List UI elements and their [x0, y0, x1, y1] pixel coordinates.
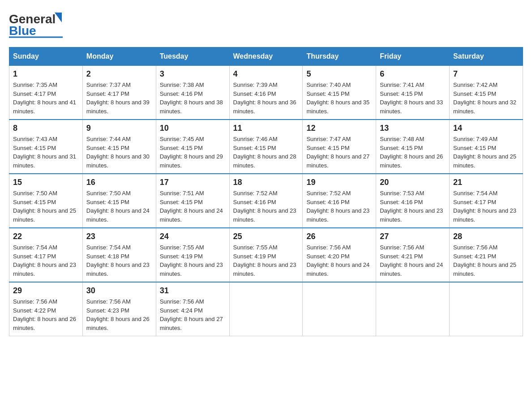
calendar-cell: 28 Sunrise: 7:56 AM Sunset: 4:21 PM Dayl… [450, 228, 523, 282]
day-info: Sunrise: 7:54 AM Sunset: 4:17 PM Dayligh… [453, 189, 519, 224]
day-number: 10 [160, 124, 226, 133]
logo: General Blue [9, 9, 67, 38]
calendar-cell: 30 Sunrise: 7:56 AM Sunset: 4:23 PM Dayl… [82, 282, 156, 336]
day-info: Sunrise: 7:41 AM Sunset: 4:15 PM Dayligh… [380, 81, 446, 116]
day-info: Sunrise: 7:52 AM Sunset: 4:16 PM Dayligh… [233, 189, 299, 224]
calendar-cell: 7 Sunrise: 7:42 AM Sunset: 4:15 PM Dayli… [450, 65, 523, 120]
calendar-cell: 22 Sunrise: 7:54 AM Sunset: 4:17 PM Dayl… [9, 228, 83, 282]
day-number: 11 [233, 124, 299, 133]
weekday-header-monday: Monday [82, 47, 156, 65]
day-number: 22 [13, 232, 79, 241]
calendar-cell: 15 Sunrise: 7:50 AM Sunset: 4:15 PM Dayl… [9, 174, 83, 228]
day-number: 9 [86, 124, 152, 133]
day-number: 15 [13, 178, 79, 187]
day-info: Sunrise: 7:42 AM Sunset: 4:15 PM Dayligh… [453, 81, 519, 116]
day-number: 25 [233, 232, 299, 241]
day-number: 14 [453, 124, 519, 133]
calendar-cell [303, 282, 376, 336]
calendar-cell: 8 Sunrise: 7:43 AM Sunset: 4:15 PM Dayli… [9, 120, 83, 174]
calendar-cell [450, 282, 523, 336]
calendar-cell: 1 Sunrise: 7:35 AM Sunset: 4:17 PM Dayli… [9, 65, 83, 120]
day-number: 31 [160, 286, 226, 295]
calendar-cell: 29 Sunrise: 7:56 AM Sunset: 4:22 PM Dayl… [9, 282, 83, 336]
calendar-cell: 19 Sunrise: 7:52 AM Sunset: 4:16 PM Dayl… [303, 174, 376, 228]
calendar-week-3: 15 Sunrise: 7:50 AM Sunset: 4:15 PM Dayl… [9, 174, 523, 228]
day-number: 17 [160, 178, 226, 187]
calendar-cell: 23 Sunrise: 7:54 AM Sunset: 4:18 PM Dayl… [82, 228, 156, 282]
calendar-cell: 6 Sunrise: 7:41 AM Sunset: 4:15 PM Dayli… [376, 65, 450, 120]
calendar-cell [376, 282, 450, 336]
calendar-cell: 25 Sunrise: 7:55 AM Sunset: 4:19 PM Dayl… [229, 228, 303, 282]
day-number: 7 [453, 69, 519, 79]
day-info: Sunrise: 7:46 AM Sunset: 4:15 PM Dayligh… [233, 135, 299, 170]
calendar-week-2: 8 Sunrise: 7:43 AM Sunset: 4:15 PM Dayli… [9, 120, 523, 174]
day-info: Sunrise: 7:56 AM Sunset: 4:24 PM Dayligh… [160, 297, 226, 332]
day-info: Sunrise: 7:50 AM Sunset: 4:15 PM Dayligh… [86, 189, 152, 224]
calendar-cell: 5 Sunrise: 7:40 AM Sunset: 4:15 PM Dayli… [303, 65, 376, 120]
day-number: 2 [86, 69, 152, 79]
day-info: Sunrise: 7:47 AM Sunset: 4:15 PM Dayligh… [306, 135, 372, 170]
day-info: Sunrise: 7:55 AM Sunset: 4:19 PM Dayligh… [160, 243, 226, 278]
day-info: Sunrise: 7:35 AM Sunset: 4:17 PM Dayligh… [13, 81, 79, 116]
calendar-cell: 24 Sunrise: 7:55 AM Sunset: 4:19 PM Dayl… [156, 228, 229, 282]
day-info: Sunrise: 7:54 AM Sunset: 4:17 PM Dayligh… [13, 243, 79, 278]
calendar-cell: 13 Sunrise: 7:48 AM Sunset: 4:15 PM Dayl… [376, 120, 450, 174]
day-info: Sunrise: 7:53 AM Sunset: 4:16 PM Dayligh… [380, 189, 446, 224]
day-info: Sunrise: 7:56 AM Sunset: 4:21 PM Dayligh… [453, 243, 519, 278]
day-info: Sunrise: 7:40 AM Sunset: 4:15 PM Dayligh… [306, 81, 372, 116]
day-number: 1 [13, 69, 79, 79]
calendar-cell: 18 Sunrise: 7:52 AM Sunset: 4:16 PM Dayl… [229, 174, 303, 228]
calendar-cell: 31 Sunrise: 7:56 AM Sunset: 4:24 PM Dayl… [156, 282, 229, 336]
day-info: Sunrise: 7:56 AM Sunset: 4:21 PM Dayligh… [380, 243, 446, 278]
calendar-cell: 20 Sunrise: 7:53 AM Sunset: 4:16 PM Dayl… [376, 174, 450, 228]
day-info: Sunrise: 7:52 AM Sunset: 4:16 PM Dayligh… [306, 189, 372, 224]
day-number: 5 [306, 69, 372, 79]
weekday-header-friday: Friday [376, 47, 450, 65]
day-info: Sunrise: 7:45 AM Sunset: 4:15 PM Dayligh… [160, 135, 226, 170]
day-info: Sunrise: 7:54 AM Sunset: 4:18 PM Dayligh… [86, 243, 152, 278]
day-info: Sunrise: 7:43 AM Sunset: 4:15 PM Dayligh… [13, 135, 79, 170]
day-number: 23 [86, 232, 152, 241]
calendar-cell: 11 Sunrise: 7:46 AM Sunset: 4:15 PM Dayl… [229, 120, 303, 174]
day-info: Sunrise: 7:44 AM Sunset: 4:15 PM Dayligh… [86, 135, 152, 170]
day-number: 29 [13, 286, 79, 295]
day-number: 4 [233, 69, 299, 79]
day-number: 20 [380, 178, 446, 187]
day-number: 3 [160, 69, 226, 79]
logo-svg: General Blue [9, 9, 67, 38]
day-number: 24 [160, 232, 226, 241]
day-number: 6 [380, 69, 446, 79]
day-info: Sunrise: 7:56 AM Sunset: 4:23 PM Dayligh… [86, 297, 152, 332]
calendar-week-5: 29 Sunrise: 7:56 AM Sunset: 4:22 PM Dayl… [9, 282, 523, 336]
calendar-cell: 21 Sunrise: 7:54 AM Sunset: 4:17 PM Dayl… [450, 174, 523, 228]
calendar-cell: 12 Sunrise: 7:47 AM Sunset: 4:15 PM Dayl… [303, 120, 376, 174]
day-info: Sunrise: 7:39 AM Sunset: 4:16 PM Dayligh… [233, 81, 299, 116]
calendar-cell: 17 Sunrise: 7:51 AM Sunset: 4:15 PM Dayl… [156, 174, 229, 228]
calendar-cell: 26 Sunrise: 7:56 AM Sunset: 4:20 PM Dayl… [303, 228, 376, 282]
calendar-cell: 16 Sunrise: 7:50 AM Sunset: 4:15 PM Dayl… [82, 174, 156, 228]
weekday-header-row: SundayMondayTuesdayWednesdayThursdayFrid… [9, 47, 523, 65]
day-number: 19 [306, 178, 372, 187]
calendar-table: SundayMondayTuesdayWednesdayThursdayFrid… [9, 47, 523, 336]
day-number: 21 [453, 178, 519, 187]
day-info: Sunrise: 7:51 AM Sunset: 4:15 PM Dayligh… [160, 189, 226, 224]
weekday-header-saturday: Saturday [450, 47, 523, 65]
day-number: 18 [233, 178, 299, 187]
calendar-cell: 14 Sunrise: 7:49 AM Sunset: 4:15 PM Dayl… [450, 120, 523, 174]
day-number: 13 [380, 124, 446, 133]
day-number: 16 [86, 178, 152, 187]
day-info: Sunrise: 7:56 AM Sunset: 4:20 PM Dayligh… [306, 243, 372, 278]
day-info: Sunrise: 7:56 AM Sunset: 4:22 PM Dayligh… [13, 297, 79, 332]
day-number: 27 [380, 232, 446, 241]
calendar-cell: 4 Sunrise: 7:39 AM Sunset: 4:16 PM Dayli… [229, 65, 303, 120]
calendar-cell: 10 Sunrise: 7:45 AM Sunset: 4:15 PM Dayl… [156, 120, 229, 174]
weekday-header-sunday: Sunday [9, 47, 83, 65]
day-number: 8 [13, 124, 79, 133]
calendar-cell: 27 Sunrise: 7:56 AM Sunset: 4:21 PM Dayl… [376, 228, 450, 282]
weekday-header-thursday: Thursday [303, 47, 376, 65]
day-info: Sunrise: 7:49 AM Sunset: 4:15 PM Dayligh… [453, 135, 519, 170]
day-info: Sunrise: 7:38 AM Sunset: 4:16 PM Dayligh… [160, 81, 226, 116]
calendar-week-4: 22 Sunrise: 7:54 AM Sunset: 4:17 PM Dayl… [9, 228, 523, 282]
day-info: Sunrise: 7:50 AM Sunset: 4:15 PM Dayligh… [13, 189, 79, 224]
day-number: 26 [306, 232, 372, 241]
